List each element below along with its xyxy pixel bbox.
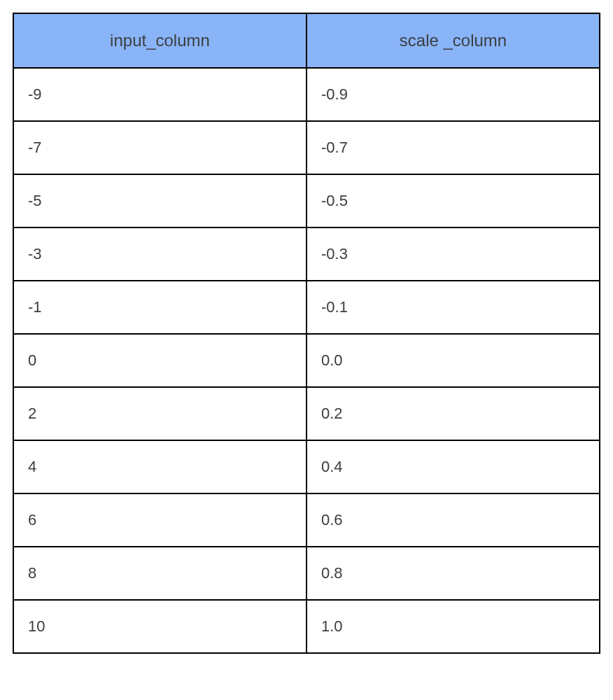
cell-scale: -0.3 bbox=[306, 227, 600, 281]
cell-input: 6 bbox=[13, 493, 306, 547]
cell-scale: 1.0 bbox=[306, 600, 600, 653]
data-table: input_column scale _column -9 -0.9 -7 -0… bbox=[13, 13, 600, 654]
table-row: -7 -0.7 bbox=[13, 121, 600, 174]
table-row: -9 -0.9 bbox=[13, 68, 600, 121]
cell-input: -7 bbox=[13, 121, 306, 174]
cell-scale: -0.7 bbox=[306, 121, 600, 174]
cell-input: -9 bbox=[13, 68, 306, 121]
cell-scale: -0.1 bbox=[306, 281, 600, 334]
cell-input: 8 bbox=[13, 547, 306, 600]
cell-input: 10 bbox=[13, 600, 306, 653]
cell-scale: 0.8 bbox=[306, 547, 600, 600]
cell-input: -3 bbox=[13, 227, 306, 281]
table-row: 4 0.4 bbox=[13, 440, 600, 493]
table-row: 10 1.0 bbox=[13, 600, 600, 653]
table-row: -1 -0.1 bbox=[13, 281, 600, 334]
table-row: -5 -0.5 bbox=[13, 174, 600, 227]
table-row: 2 0.2 bbox=[13, 387, 600, 440]
table-row: 6 0.6 bbox=[13, 493, 600, 547]
cell-input: 0 bbox=[13, 334, 306, 387]
cell-scale: 0.4 bbox=[306, 440, 600, 493]
column-header-input: input_column bbox=[13, 13, 306, 68]
table-row: -3 -0.3 bbox=[13, 227, 600, 281]
cell-scale: -0.5 bbox=[306, 174, 600, 227]
table-row: 0 0.0 bbox=[13, 334, 600, 387]
cell-input: -1 bbox=[13, 281, 306, 334]
cell-scale: 0.0 bbox=[306, 334, 600, 387]
cell-scale: 0.6 bbox=[306, 493, 600, 547]
cell-input: 2 bbox=[13, 387, 306, 440]
cell-scale: 0.2 bbox=[306, 387, 600, 440]
cell-scale: -0.9 bbox=[306, 68, 600, 121]
table-header-row: input_column scale _column bbox=[13, 13, 600, 68]
column-header-scale: scale _column bbox=[306, 13, 600, 68]
cell-input: 4 bbox=[13, 440, 306, 493]
table-row: 8 0.8 bbox=[13, 547, 600, 600]
cell-input: -5 bbox=[13, 174, 306, 227]
